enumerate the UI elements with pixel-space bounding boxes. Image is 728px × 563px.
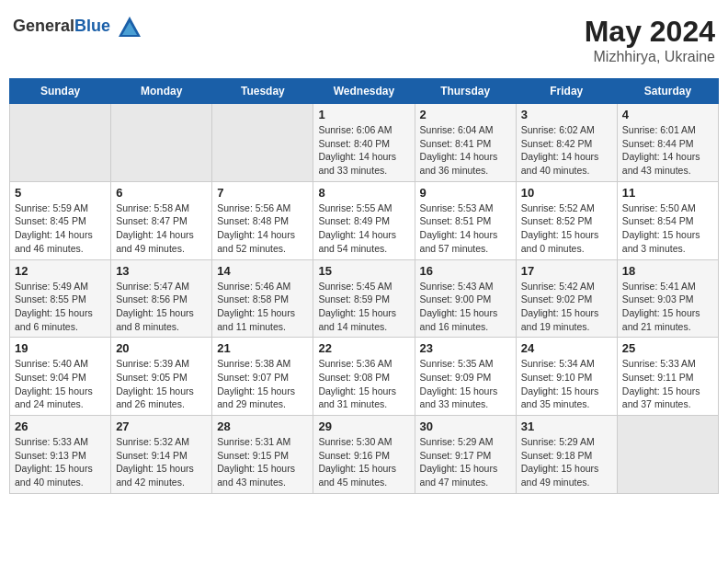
logo-icon (117, 15, 142, 40)
day-info: Sunrise: 5:29 AM Sunset: 9:17 PM Dayligh… (420, 435, 511, 489)
calendar-cell: 11Sunrise: 5:50 AM Sunset: 8:54 PM Dayli… (617, 181, 718, 259)
calendar-cell: 25Sunrise: 5:33 AM Sunset: 9:11 PM Dayli… (617, 338, 718, 416)
day-number: 13 (116, 264, 207, 278)
day-info: Sunrise: 6:04 AM Sunset: 8:41 PM Dayligh… (420, 123, 511, 178)
weekday-header-thursday: Thursday (415, 79, 516, 104)
calendar-week-row: 5Sunrise: 5:59 AM Sunset: 8:45 PM Daylig… (10, 181, 719, 259)
calendar-cell: 12Sunrise: 5:49 AM Sunset: 8:55 PM Dayli… (10, 259, 111, 338)
day-info: Sunrise: 5:47 AM Sunset: 8:56 PM Dayligh… (116, 280, 207, 334)
calendar-cell: 14Sunrise: 5:46 AM Sunset: 8:58 PM Dayli… (212, 259, 313, 338)
calendar-cell: 3Sunrise: 6:02 AM Sunset: 8:42 PM Daylig… (516, 104, 617, 182)
calendar-cell: 1Sunrise: 6:06 AM Sunset: 8:40 PM Daylig… (313, 104, 415, 182)
calendar-cell: 26Sunrise: 5:33 AM Sunset: 9:13 PM Dayli… (10, 416, 111, 494)
day-info: Sunrise: 5:42 AM Sunset: 9:02 PM Dayligh… (521, 280, 612, 334)
day-info: Sunrise: 5:45 AM Sunset: 8:59 PM Dayligh… (318, 280, 409, 334)
calendar-cell: 2Sunrise: 6:04 AM Sunset: 8:41 PM Daylig… (415, 104, 516, 182)
day-number: 11 (622, 186, 713, 200)
calendar-cell: 9Sunrise: 5:53 AM Sunset: 8:51 PM Daylig… (415, 181, 516, 259)
calendar-week-row: 12Sunrise: 5:49 AM Sunset: 8:55 PM Dayli… (10, 259, 719, 338)
calendar-cell: 10Sunrise: 5:52 AM Sunset: 8:52 PM Dayli… (516, 181, 617, 259)
logo-blue: Blue (74, 17, 110, 35)
day-info: Sunrise: 5:49 AM Sunset: 8:55 PM Dayligh… (15, 280, 106, 334)
calendar-cell: 18Sunrise: 5:41 AM Sunset: 9:03 PM Dayli… (617, 259, 718, 338)
day-info: Sunrise: 5:55 AM Sunset: 8:49 PM Dayligh… (318, 201, 409, 256)
day-number: 22 (318, 341, 409, 355)
day-number: 12 (15, 264, 106, 278)
calendar-cell (111, 104, 212, 182)
day-number: 20 (116, 341, 207, 355)
calendar-cell: 22Sunrise: 5:36 AM Sunset: 9:08 PM Dayli… (313, 338, 415, 416)
calendar-cell: 8Sunrise: 5:55 AM Sunset: 8:49 PM Daylig… (313, 181, 415, 259)
day-number: 9 (420, 186, 511, 200)
day-info: Sunrise: 5:38 AM Sunset: 9:07 PM Dayligh… (217, 357, 308, 411)
calendar-cell: 15Sunrise: 5:45 AM Sunset: 8:59 PM Dayli… (313, 259, 415, 338)
logo-general: General (13, 17, 74, 35)
day-number: 26 (15, 419, 106, 433)
weekday-header-monday: Monday (111, 79, 212, 104)
day-number: 2 (420, 108, 511, 121)
day-info: Sunrise: 5:40 AM Sunset: 9:04 PM Dayligh… (15, 357, 106, 411)
sub-title: Mizhhirya, Ukraine (585, 49, 715, 65)
day-info: Sunrise: 5:33 AM Sunset: 9:13 PM Dayligh… (15, 435, 106, 489)
calendar-cell: 5Sunrise: 5:59 AM Sunset: 8:45 PM Daylig… (10, 181, 111, 259)
calendar-cell: 23Sunrise: 5:35 AM Sunset: 9:09 PM Dayli… (415, 338, 516, 416)
main-title: May 2024 (585, 15, 715, 49)
day-number: 4 (622, 108, 713, 121)
day-info: Sunrise: 5:29 AM Sunset: 9:18 PM Dayligh… (521, 435, 612, 489)
calendar-cell: 17Sunrise: 5:42 AM Sunset: 9:02 PM Dayli… (516, 259, 617, 338)
day-number: 19 (15, 341, 106, 355)
calendar-cell: 19Sunrise: 5:40 AM Sunset: 9:04 PM Dayli… (10, 338, 111, 416)
day-info: Sunrise: 5:46 AM Sunset: 8:58 PM Dayligh… (217, 280, 308, 334)
day-number: 8 (318, 186, 409, 200)
calendar-cell: 31Sunrise: 5:29 AM Sunset: 9:18 PM Dayli… (516, 416, 617, 494)
day-info: Sunrise: 5:50 AM Sunset: 8:54 PM Dayligh… (622, 201, 713, 256)
calendar-cell (212, 104, 313, 182)
calendar-cell: 28Sunrise: 5:31 AM Sunset: 9:15 PM Dayli… (212, 416, 313, 494)
day-number: 17 (521, 264, 612, 278)
weekday-header-saturday: Saturday (617, 79, 718, 104)
day-number: 25 (622, 341, 713, 355)
calendar-table: SundayMondayTuesdayWednesdayThursdayFrid… (9, 78, 719, 494)
calendar-cell: 24Sunrise: 5:34 AM Sunset: 9:10 PM Dayli… (516, 338, 617, 416)
day-info: Sunrise: 5:56 AM Sunset: 8:48 PM Dayligh… (217, 201, 308, 256)
calendar-cell: 30Sunrise: 5:29 AM Sunset: 9:17 PM Dayli… (415, 416, 516, 494)
weekday-header-tuesday: Tuesday (212, 79, 313, 104)
day-info: Sunrise: 5:36 AM Sunset: 9:08 PM Dayligh… (318, 357, 409, 411)
day-number: 3 (521, 108, 612, 121)
calendar-cell: 20Sunrise: 5:39 AM Sunset: 9:05 PM Dayli… (111, 338, 212, 416)
day-info: Sunrise: 5:43 AM Sunset: 9:00 PM Dayligh… (420, 280, 511, 334)
day-info: Sunrise: 5:31 AM Sunset: 9:15 PM Dayligh… (217, 435, 308, 489)
day-number: 5 (15, 186, 106, 200)
day-number: 23 (420, 341, 511, 355)
logo: GeneralBlue (13, 15, 142, 40)
day-number: 1 (318, 108, 409, 121)
calendar-week-row: 1Sunrise: 6:06 AM Sunset: 8:40 PM Daylig… (10, 104, 719, 182)
day-info: Sunrise: 5:52 AM Sunset: 8:52 PM Dayligh… (521, 201, 612, 256)
day-info: Sunrise: 6:06 AM Sunset: 8:40 PM Dayligh… (318, 123, 409, 178)
day-info: Sunrise: 5:33 AM Sunset: 9:11 PM Dayligh… (622, 357, 713, 411)
calendar-cell: 6Sunrise: 5:58 AM Sunset: 8:47 PM Daylig… (111, 181, 212, 259)
day-info: Sunrise: 5:35 AM Sunset: 9:09 PM Dayligh… (420, 357, 511, 411)
calendar-week-row: 19Sunrise: 5:40 AM Sunset: 9:04 PM Dayli… (10, 338, 719, 416)
day-info: Sunrise: 5:32 AM Sunset: 9:14 PM Dayligh… (116, 435, 207, 489)
weekday-header-row: SundayMondayTuesdayWednesdayThursdayFrid… (10, 79, 719, 104)
title-block: May 2024 Mizhhirya, Ukraine (585, 15, 715, 65)
weekday-header-friday: Friday (516, 79, 617, 104)
day-number: 30 (420, 419, 511, 433)
day-number: 29 (318, 419, 409, 433)
day-number: 31 (521, 419, 612, 433)
calendar-cell: 27Sunrise: 5:32 AM Sunset: 9:14 PM Dayli… (111, 416, 212, 494)
weekday-header-sunday: Sunday (10, 79, 111, 104)
day-number: 6 (116, 186, 207, 200)
calendar-cell: 4Sunrise: 6:01 AM Sunset: 8:44 PM Daylig… (617, 104, 718, 182)
calendar-cell: 29Sunrise: 5:30 AM Sunset: 9:16 PM Dayli… (313, 416, 415, 494)
weekday-header-wednesday: Wednesday (313, 79, 415, 104)
day-number: 28 (217, 419, 308, 433)
calendar-cell (10, 104, 111, 182)
day-number: 16 (420, 264, 511, 278)
calendar-week-row: 26Sunrise: 5:33 AM Sunset: 9:13 PM Dayli… (10, 416, 719, 494)
calendar-cell: 21Sunrise: 5:38 AM Sunset: 9:07 PM Dayli… (212, 338, 313, 416)
day-number: 7 (217, 186, 308, 200)
day-info: Sunrise: 5:30 AM Sunset: 9:16 PM Dayligh… (318, 435, 409, 489)
day-info: Sunrise: 5:58 AM Sunset: 8:47 PM Dayligh… (116, 201, 207, 256)
